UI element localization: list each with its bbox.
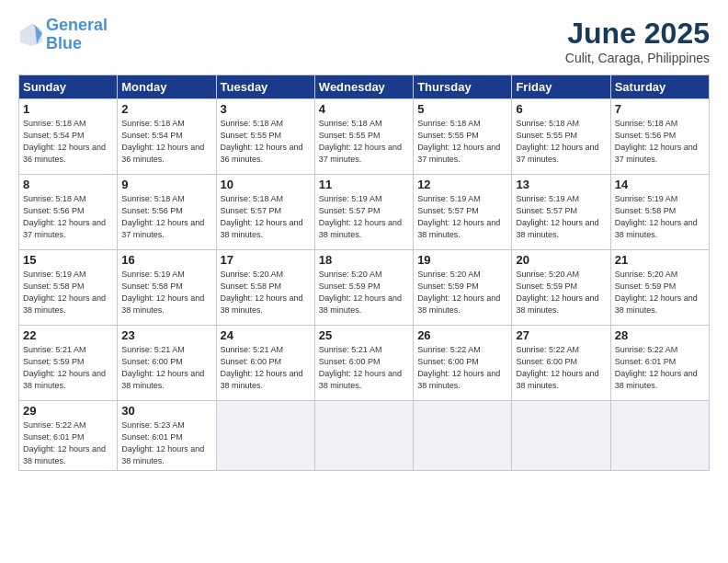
calendar-day-cell: 23Sunrise: 5:21 AMSunset: 6:00 PMDayligh… [118, 326, 216, 401]
day-info: Sunrise: 5:22 AMSunset: 6:01 PMDaylight:… [615, 344, 705, 392]
calendar-day-cell: 21Sunrise: 5:20 AMSunset: 5:59 PMDayligh… [610, 250, 709, 326]
calendar-day-cell: 15Sunrise: 5:19 AMSunset: 5:58 PMDayligh… [19, 250, 118, 326]
day-number: 30 [121, 404, 211, 418]
day-number: 12 [417, 178, 507, 191]
calendar-week-row: 29Sunrise: 5:22 AMSunset: 6:01 PMDayligh… [19, 401, 710, 471]
calendar-day-cell: 4Sunrise: 5:18 AMSunset: 5:55 PMDaylight… [314, 99, 413, 175]
col-friday: Friday [512, 75, 610, 99]
day-info: Sunrise: 5:21 AMSunset: 6:00 PMDaylight:… [221, 344, 311, 392]
calendar-day-cell [512, 401, 610, 471]
calendar-day-cell: 9Sunrise: 5:18 AMSunset: 5:56 PMDaylight… [118, 175, 216, 250]
day-info: Sunrise: 5:20 AMSunset: 5:59 PMDaylight:… [516, 269, 606, 316]
day-info: Sunrise: 5:23 AMSunset: 6:01 PMDaylight:… [121, 419, 211, 467]
col-tuesday: Tuesday [216, 75, 314, 99]
col-wednesday: Wednesday [314, 75, 413, 99]
page: General Blue June 2025 Culit, Caraga, Ph… [0, 0, 728, 563]
day-info: Sunrise: 5:18 AMSunset: 5:57 PMDaylight:… [221, 193, 311, 241]
day-number: 13 [516, 178, 606, 191]
col-monday: Monday [118, 75, 216, 99]
logo-text: General Blue [46, 17, 108, 53]
calendar-day-cell: 6Sunrise: 5:18 AMSunset: 5:55 PMDaylight… [512, 99, 610, 175]
header: General Blue June 2025 Culit, Caraga, Ph… [18, 17, 710, 65]
calendar-day-cell: 2Sunrise: 5:18 AMSunset: 5:54 PMDaylight… [118, 99, 216, 175]
calendar-day-cell: 8Sunrise: 5:18 AMSunset: 5:56 PMDaylight… [19, 175, 118, 250]
day-number: 28 [615, 328, 705, 342]
day-number: 3 [221, 102, 311, 116]
day-info: Sunrise: 5:19 AMSunset: 5:57 PMDaylight:… [319, 193, 409, 241]
day-info: Sunrise: 5:19 AMSunset: 5:57 PMDaylight:… [417, 193, 507, 241]
logo-icon [18, 22, 44, 48]
calendar-day-cell: 11Sunrise: 5:19 AMSunset: 5:57 PMDayligh… [314, 175, 413, 250]
day-info: Sunrise: 5:20 AMSunset: 5:59 PMDaylight:… [615, 269, 705, 316]
day-info: Sunrise: 5:19 AMSunset: 5:58 PMDaylight:… [121, 269, 211, 316]
calendar-day-cell: 26Sunrise: 5:22 AMSunset: 6:00 PMDayligh… [414, 326, 512, 401]
logo: General Blue [18, 17, 108, 53]
day-number: 17 [221, 253, 311, 267]
calendar-day-cell: 22Sunrise: 5:21 AMSunset: 5:59 PMDayligh… [19, 326, 118, 401]
calendar-day-cell: 29Sunrise: 5:22 AMSunset: 6:01 PMDayligh… [19, 401, 118, 471]
day-number: 18 [319, 253, 409, 267]
day-number: 26 [417, 328, 507, 342]
day-info: Sunrise: 5:19 AMSunset: 5:58 PMDaylight:… [615, 193, 705, 241]
day-info: Sunrise: 5:20 AMSunset: 5:59 PMDaylight:… [417, 269, 507, 316]
day-info: Sunrise: 5:18 AMSunset: 5:55 PMDaylight:… [221, 118, 311, 166]
calendar-table: Sunday Monday Tuesday Wednesday Thursday… [18, 75, 710, 471]
calendar-header-row: Sunday Monday Tuesday Wednesday Thursday… [19, 75, 710, 99]
col-thursday: Thursday [414, 75, 512, 99]
calendar-day-cell: 5Sunrise: 5:18 AMSunset: 5:55 PMDaylight… [414, 99, 512, 175]
calendar-day-cell: 28Sunrise: 5:22 AMSunset: 6:01 PMDayligh… [610, 326, 709, 401]
day-info: Sunrise: 5:22 AMSunset: 6:01 PMDaylight:… [23, 419, 113, 467]
calendar-week-row: 15Sunrise: 5:19 AMSunset: 5:58 PMDayligh… [19, 250, 710, 326]
day-info: Sunrise: 5:18 AMSunset: 5:56 PMDaylight:… [121, 193, 211, 241]
day-number: 4 [319, 102, 409, 116]
calendar-week-row: 1Sunrise: 5:18 AMSunset: 5:54 PMDaylight… [19, 99, 710, 175]
calendar-day-cell: 16Sunrise: 5:19 AMSunset: 5:58 PMDayligh… [118, 250, 216, 326]
calendar-day-cell: 30Sunrise: 5:23 AMSunset: 6:01 PMDayligh… [118, 401, 216, 471]
col-sunday: Sunday [19, 75, 118, 99]
day-number: 10 [221, 178, 311, 191]
day-info: Sunrise: 5:22 AMSunset: 6:00 PMDaylight:… [417, 344, 507, 392]
col-saturday: Saturday [610, 75, 709, 99]
calendar-day-cell: 24Sunrise: 5:21 AMSunset: 6:00 PMDayligh… [216, 326, 314, 401]
calendar-day-cell [216, 401, 314, 471]
day-info: Sunrise: 5:20 AMSunset: 5:59 PMDaylight:… [319, 269, 409, 316]
logo-general: General [46, 16, 108, 34]
day-number: 27 [516, 328, 606, 342]
day-number: 7 [615, 102, 705, 116]
calendar-day-cell: 25Sunrise: 5:21 AMSunset: 6:00 PMDayligh… [314, 326, 413, 401]
day-info: Sunrise: 5:19 AMSunset: 5:57 PMDaylight:… [516, 193, 606, 241]
day-number: 29 [23, 404, 113, 418]
day-info: Sunrise: 5:18 AMSunset: 5:55 PMDaylight:… [319, 118, 409, 166]
day-number: 2 [121, 102, 211, 116]
calendar-body: 1Sunrise: 5:18 AMSunset: 5:54 PMDaylight… [19, 99, 710, 471]
calendar-day-cell [314, 401, 413, 471]
day-number: 14 [615, 178, 705, 191]
day-number: 22 [23, 328, 113, 342]
day-number: 25 [319, 328, 409, 342]
calendar-week-row: 8Sunrise: 5:18 AMSunset: 5:56 PMDaylight… [19, 175, 710, 250]
day-number: 1 [23, 102, 113, 116]
calendar-day-cell: 10Sunrise: 5:18 AMSunset: 5:57 PMDayligh… [216, 175, 314, 250]
day-number: 23 [121, 328, 211, 342]
day-number: 5 [417, 102, 507, 116]
day-info: Sunrise: 5:19 AMSunset: 5:58 PMDaylight:… [23, 269, 113, 316]
day-number: 15 [23, 253, 113, 267]
calendar-day-cell: 17Sunrise: 5:20 AMSunset: 5:58 PMDayligh… [216, 250, 314, 326]
day-number: 19 [417, 253, 507, 267]
month-title: June 2025 [565, 17, 710, 51]
day-info: Sunrise: 5:18 AMSunset: 5:56 PMDaylight:… [23, 193, 113, 241]
logo-blue: Blue [46, 34, 82, 52]
day-number: 6 [516, 102, 606, 116]
calendar-day-cell: 12Sunrise: 5:19 AMSunset: 5:57 PMDayligh… [414, 175, 512, 250]
calendar-day-cell: 27Sunrise: 5:22 AMSunset: 6:00 PMDayligh… [512, 326, 610, 401]
day-info: Sunrise: 5:21 AMSunset: 6:00 PMDaylight:… [319, 344, 409, 392]
day-number: 20 [516, 253, 606, 267]
day-info: Sunrise: 5:18 AMSunset: 5:55 PMDaylight:… [417, 118, 507, 166]
calendar-day-cell: 7Sunrise: 5:18 AMSunset: 5:56 PMDaylight… [610, 99, 709, 175]
day-number: 9 [121, 178, 211, 191]
calendar-day-cell: 19Sunrise: 5:20 AMSunset: 5:59 PMDayligh… [414, 250, 512, 326]
day-number: 24 [221, 328, 311, 342]
day-info: Sunrise: 5:18 AMSunset: 5:54 PMDaylight:… [23, 118, 113, 166]
day-info: Sunrise: 5:22 AMSunset: 6:00 PMDaylight:… [516, 344, 606, 392]
day-info: Sunrise: 5:18 AMSunset: 5:56 PMDaylight:… [615, 118, 705, 166]
